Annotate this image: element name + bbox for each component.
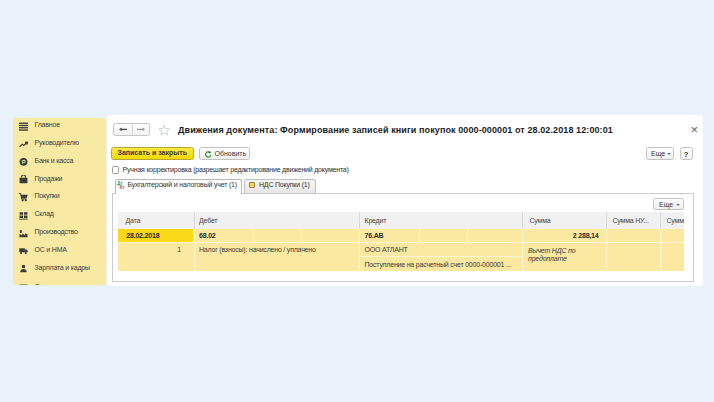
svg-text:P: P [22,159,26,165]
